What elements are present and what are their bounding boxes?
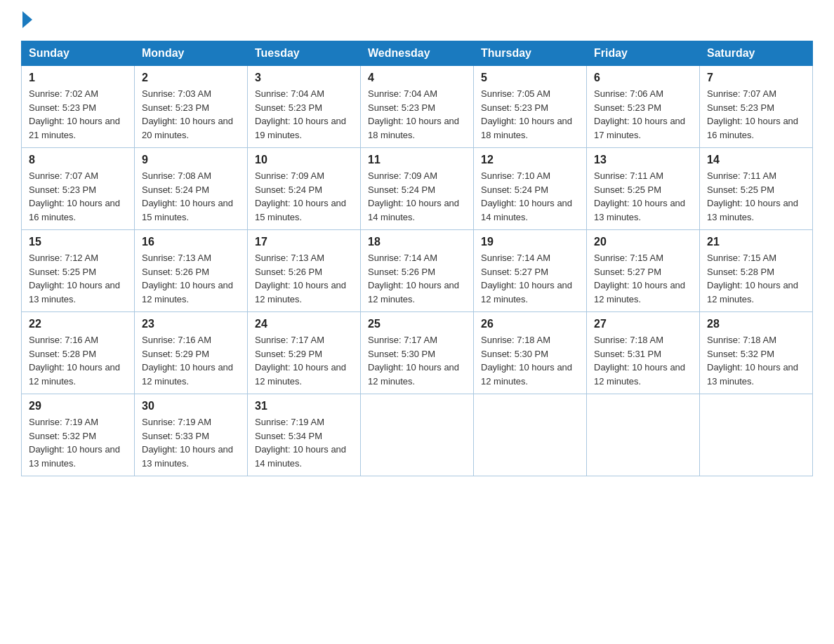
logo: [21, 14, 32, 28]
day-number: 26: [481, 318, 579, 330]
calendar-cell: 29 Sunrise: 7:19 AMSunset: 5:32 PMDaylig…: [22, 394, 135, 476]
day-info: Sunrise: 7:09 AMSunset: 5:24 PMDaylight:…: [368, 170, 459, 222]
calendar-cell: [587, 394, 700, 476]
calendar-cell: 31 Sunrise: 7:19 AMSunset: 5:34 PMDaylig…: [248, 394, 361, 476]
day-info: Sunrise: 7:16 AMSunset: 5:28 PMDaylight:…: [29, 335, 120, 387]
calendar-cell: 14 Sunrise: 7:11 AMSunset: 5:25 PMDaylig…: [700, 148, 813, 230]
weekday-header-sunday: Sunday: [22, 41, 135, 66]
calendar-cell: 4 Sunrise: 7:04 AMSunset: 5:23 PMDayligh…: [361, 66, 474, 148]
day-info: Sunrise: 7:19 AMSunset: 5:34 PMDaylight:…: [255, 417, 346, 469]
day-number: 23: [142, 318, 240, 330]
day-info: Sunrise: 7:07 AMSunset: 5:23 PMDaylight:…: [29, 170, 120, 222]
calendar-cell: 2 Sunrise: 7:03 AMSunset: 5:23 PMDayligh…: [135, 66, 248, 148]
calendar-cell: 11 Sunrise: 7:09 AMSunset: 5:24 PMDaylig…: [361, 148, 474, 230]
day-info: Sunrise: 7:07 AMSunset: 5:23 PMDaylight:…: [707, 88, 798, 140]
day-number: 31: [255, 400, 353, 412]
day-number: 18: [368, 236, 466, 248]
weekday-header-monday: Monday: [135, 41, 248, 66]
day-number: 19: [481, 236, 579, 248]
day-number: 7: [707, 72, 805, 84]
calendar-header-row: SundayMondayTuesdayWednesdayThursdayFrid…: [22, 41, 813, 66]
day-number: 11: [368, 154, 466, 166]
day-info: Sunrise: 7:18 AMSunset: 5:31 PMDaylight:…: [594, 335, 685, 387]
day-number: 16: [142, 236, 240, 248]
day-number: 13: [594, 154, 692, 166]
calendar-cell: [700, 394, 813, 476]
day-number: 4: [368, 72, 466, 84]
day-info: Sunrise: 7:17 AMSunset: 5:29 PMDaylight:…: [255, 335, 346, 387]
logo-arrow-icon: [22, 11, 32, 28]
day-info: Sunrise: 7:19 AMSunset: 5:32 PMDaylight:…: [29, 417, 120, 469]
day-info: Sunrise: 7:09 AMSunset: 5:24 PMDaylight:…: [255, 170, 346, 222]
calendar-cell: [361, 394, 474, 476]
day-info: Sunrise: 7:03 AMSunset: 5:23 PMDaylight:…: [142, 88, 233, 140]
calendar-cell: 12 Sunrise: 7:10 AMSunset: 5:24 PMDaylig…: [474, 148, 587, 230]
calendar-cell: 7 Sunrise: 7:07 AMSunset: 5:23 PMDayligh…: [700, 66, 813, 148]
calendar-cell: 30 Sunrise: 7:19 AMSunset: 5:33 PMDaylig…: [135, 394, 248, 476]
calendar-cell: 15 Sunrise: 7:12 AMSunset: 5:25 PMDaylig…: [22, 230, 135, 312]
day-number: 10: [255, 154, 353, 166]
calendar-cell: 24 Sunrise: 7:17 AMSunset: 5:29 PMDaylig…: [248, 312, 361, 394]
day-number: 21: [707, 236, 805, 248]
day-info: Sunrise: 7:17 AMSunset: 5:30 PMDaylight:…: [368, 335, 459, 387]
day-info: Sunrise: 7:14 AMSunset: 5:27 PMDaylight:…: [481, 253, 572, 304]
day-number: 29: [29, 400, 127, 412]
calendar-cell: 3 Sunrise: 7:04 AMSunset: 5:23 PMDayligh…: [248, 66, 361, 148]
day-number: 12: [481, 154, 579, 166]
weekday-header-friday: Friday: [587, 41, 700, 66]
calendar-cell: 19 Sunrise: 7:14 AMSunset: 5:27 PMDaylig…: [474, 230, 587, 312]
day-number: 14: [707, 154, 805, 166]
calendar-cell: 16 Sunrise: 7:13 AMSunset: 5:26 PMDaylig…: [135, 230, 248, 312]
calendar-week-3: 15 Sunrise: 7:12 AMSunset: 5:25 PMDaylig…: [22, 230, 813, 312]
day-info: Sunrise: 7:11 AMSunset: 5:25 PMDaylight:…: [707, 170, 798, 222]
day-number: 6: [594, 72, 692, 84]
calendar-cell: 27 Sunrise: 7:18 AMSunset: 5:31 PMDaylig…: [587, 312, 700, 394]
day-info: Sunrise: 7:13 AMSunset: 5:26 PMDaylight:…: [142, 253, 233, 304]
day-number: 20: [594, 236, 692, 248]
day-info: Sunrise: 7:18 AMSunset: 5:30 PMDaylight:…: [481, 335, 572, 387]
day-info: Sunrise: 7:02 AMSunset: 5:23 PMDaylight:…: [29, 88, 120, 140]
day-info: Sunrise: 7:05 AMSunset: 5:23 PMDaylight:…: [481, 88, 572, 140]
calendar-cell: 17 Sunrise: 7:13 AMSunset: 5:26 PMDaylig…: [248, 230, 361, 312]
day-number: 8: [29, 154, 127, 166]
calendar-cell: 1 Sunrise: 7:02 AMSunset: 5:23 PMDayligh…: [22, 66, 135, 148]
calendar-week-1: 1 Sunrise: 7:02 AMSunset: 5:23 PMDayligh…: [22, 66, 813, 148]
day-number: 1: [29, 72, 127, 84]
day-number: 5: [481, 72, 579, 84]
day-number: 15: [29, 236, 127, 248]
page-header: [21, 14, 813, 28]
day-info: Sunrise: 7:14 AMSunset: 5:26 PMDaylight:…: [368, 253, 459, 304]
weekday-header-thursday: Thursday: [474, 41, 587, 66]
day-number: 28: [707, 318, 805, 330]
day-info: Sunrise: 7:11 AMSunset: 5:25 PMDaylight:…: [594, 170, 685, 222]
weekday-header-saturday: Saturday: [700, 41, 813, 66]
calendar-table: SundayMondayTuesdayWednesdayThursdayFrid…: [21, 41, 813, 476]
day-info: Sunrise: 7:06 AMSunset: 5:23 PMDaylight:…: [594, 88, 685, 140]
day-number: 17: [255, 236, 353, 248]
calendar-cell: 26 Sunrise: 7:18 AMSunset: 5:30 PMDaylig…: [474, 312, 587, 394]
calendar-cell: 5 Sunrise: 7:05 AMSunset: 5:23 PMDayligh…: [474, 66, 587, 148]
calendar-cell: 22 Sunrise: 7:16 AMSunset: 5:28 PMDaylig…: [22, 312, 135, 394]
weekday-header-tuesday: Tuesday: [248, 41, 361, 66]
calendar-week-5: 29 Sunrise: 7:19 AMSunset: 5:32 PMDaylig…: [22, 394, 813, 476]
calendar-cell: 9 Sunrise: 7:08 AMSunset: 5:24 PMDayligh…: [135, 148, 248, 230]
day-number: 25: [368, 318, 466, 330]
day-number: 2: [142, 72, 240, 84]
calendar-week-4: 22 Sunrise: 7:16 AMSunset: 5:28 PMDaylig…: [22, 312, 813, 394]
calendar-cell: 18 Sunrise: 7:14 AMSunset: 5:26 PMDaylig…: [361, 230, 474, 312]
day-number: 9: [142, 154, 240, 166]
calendar-cell: 25 Sunrise: 7:17 AMSunset: 5:30 PMDaylig…: [361, 312, 474, 394]
day-info: Sunrise: 7:16 AMSunset: 5:29 PMDaylight:…: [142, 335, 233, 387]
day-info: Sunrise: 7:04 AMSunset: 5:23 PMDaylight:…: [368, 88, 459, 140]
calendar-cell: 8 Sunrise: 7:07 AMSunset: 5:23 PMDayligh…: [22, 148, 135, 230]
day-number: 3: [255, 72, 353, 84]
calendar-cell: 6 Sunrise: 7:06 AMSunset: 5:23 PMDayligh…: [587, 66, 700, 148]
day-info: Sunrise: 7:15 AMSunset: 5:28 PMDaylight:…: [707, 253, 798, 304]
day-info: Sunrise: 7:13 AMSunset: 5:26 PMDaylight:…: [255, 253, 346, 304]
weekday-header-wednesday: Wednesday: [361, 41, 474, 66]
calendar-week-2: 8 Sunrise: 7:07 AMSunset: 5:23 PMDayligh…: [22, 148, 813, 230]
calendar-cell: 23 Sunrise: 7:16 AMSunset: 5:29 PMDaylig…: [135, 312, 248, 394]
day-number: 22: [29, 318, 127, 330]
day-number: 30: [142, 400, 240, 412]
day-info: Sunrise: 7:15 AMSunset: 5:27 PMDaylight:…: [594, 253, 685, 304]
